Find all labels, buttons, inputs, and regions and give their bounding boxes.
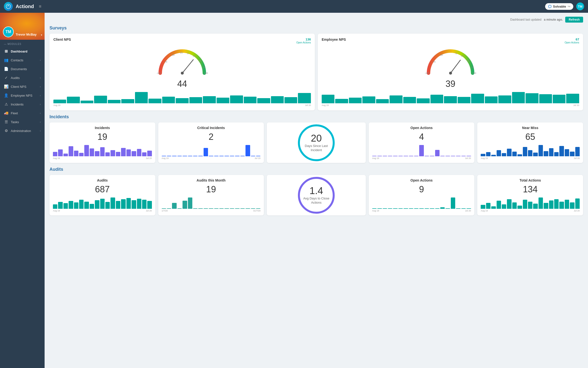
nav-avatar[interactable]: TM [576, 2, 584, 10]
client-nps-gauge: -100 -75 -50 -25 0 25 50 75 100 [53, 45, 311, 77]
audits-card-value: 687 [53, 184, 152, 195]
employee-nps-gauge: -100 -75 -50 0 25 50 75 100 [322, 45, 579, 77]
bar [471, 94, 484, 103]
refresh-button[interactable]: Refresh [565, 17, 583, 23]
bar [100, 199, 105, 209]
bar [251, 208, 255, 209]
hamburger-icon[interactable]: ≡ [39, 4, 41, 9]
bar [549, 148, 553, 156]
sidebar-item-client-nps[interactable]: 📊 Client NPS › [0, 82, 45, 91]
total-actions-chart [481, 197, 580, 209]
bar [451, 197, 455, 209]
top-nav: Actiond ≡ ⬡ Solvable TM TM [0, 0, 588, 13]
sidebar-item-employee-nps[interactable]: 👤 Employee NPS › [0, 91, 45, 100]
sidebar-item-dashboard[interactable]: ⊞ Dashboard [0, 47, 45, 56]
critical-incidents-labels: Aug 19 Jul 20 [162, 157, 261, 159]
bar [497, 201, 501, 209]
svg-line-20 [451, 60, 460, 73]
bar [116, 152, 120, 156]
bar [517, 154, 522, 156]
bar [388, 208, 392, 209]
bar [69, 201, 73, 209]
bar [257, 98, 270, 103]
bar [383, 208, 387, 209]
sidebar-item-documents[interactable]: 📄 Documents [0, 65, 45, 73]
critical-incidents-chart [162, 144, 261, 156]
client-nps-open-actions-count: 136 [296, 38, 311, 41]
audits-bar-chart [53, 197, 152, 209]
bar [523, 200, 527, 209]
bar [403, 97, 416, 103]
bar [121, 148, 125, 157]
sidebar-item-fleet[interactable]: 🚚 Fleet › [0, 109, 45, 118]
sidebar-item-audits[interactable]: ✓ Audits › [0, 73, 45, 82]
last-updated-time: a minute ago. [544, 18, 563, 21]
bar [176, 98, 188, 103]
bar [430, 156, 434, 156]
bar [383, 156, 387, 156]
bar [217, 98, 229, 103]
chevron-right-icon: › [40, 112, 41, 115]
bar [440, 207, 445, 209]
sidebar-item-label: Employee NPS [11, 94, 32, 97]
employee-nps-chart [322, 91, 579, 103]
bar [404, 156, 408, 156]
bar [142, 152, 147, 156]
client-nps-value: 44 [53, 79, 311, 89]
bar [507, 149, 511, 156]
bar [376, 99, 389, 103]
bar [566, 94, 579, 103]
sidebar-item-tasks[interactable]: ☰ Tasks › [0, 118, 45, 126]
logo-icon [4, 2, 13, 11]
bar [414, 208, 418, 209]
bar [214, 156, 219, 156]
employee-nps-title: Employee NPS [322, 38, 346, 41]
bar [491, 206, 496, 209]
days-since-circle: 20 Days Since Last Incident [298, 124, 335, 161]
employee-nps-open-actions-count: 67 [565, 38, 579, 41]
bar [481, 154, 485, 156]
incidents-open-actions-value: 4 [372, 132, 471, 142]
bar [69, 146, 73, 156]
app-body: TM Trevor McBay ▾ — MODULES ⊞ Dashboard … [0, 13, 588, 368]
bar [94, 96, 107, 103]
bar [393, 156, 397, 156]
nav-left: Actiond ≡ [4, 2, 41, 11]
user-caret-icon[interactable]: ▾ [41, 34, 42, 36]
bar [162, 156, 166, 156]
bar [147, 201, 152, 209]
bar [526, 93, 538, 103]
total-actions-labels: Aug 19 Jul 20 [481, 210, 580, 212]
username-label: Trevor McBay [16, 33, 37, 36]
bar [456, 208, 460, 209]
bar [105, 202, 110, 209]
bar [224, 208, 229, 209]
incidents-open-actions-labels: Aug 19 Jul 20 [372, 157, 471, 159]
audits-month-card: Audits this Month 19 1/7/20 31/7/20 [158, 175, 264, 215]
employee-nps-open-actions-label: Open Actions [565, 41, 579, 44]
bar [53, 204, 57, 209]
sidebar-item-administration[interactable]: ⚙ Administration › [0, 126, 45, 135]
bar [575, 147, 580, 156]
svg-text:-25: -25 [179, 52, 183, 54]
bar [230, 156, 234, 156]
bar [126, 198, 131, 209]
svg-text:-100: -100 [425, 72, 429, 74]
sidebar-item-incidents[interactable]: ⚠ Incidents › [0, 100, 45, 109]
bar [466, 156, 471, 156]
bar [189, 97, 202, 103]
audits-month-value: 19 [162, 184, 261, 195]
bar [284, 97, 297, 103]
bar [486, 203, 490, 209]
employee-nps-value: 39 [322, 79, 579, 89]
bar [565, 149, 569, 156]
incidents-open-actions-card: Open Actions 4 Aug 19 Jul 20 [369, 122, 475, 163]
last-updated-prefix: Dashboard last updated [510, 18, 541, 21]
employee-nps-card: Employee NPS 67 Open Actions -100 -75 -5… [318, 34, 583, 110]
sidebar-item-contacts[interactable]: 👥 Contacts › [0, 56, 45, 65]
documents-icon: 📄 [4, 67, 8, 71]
bar [108, 100, 121, 103]
bar [335, 99, 348, 103]
bar [512, 202, 517, 209]
svg-text:0: 0 [455, 52, 457, 55]
